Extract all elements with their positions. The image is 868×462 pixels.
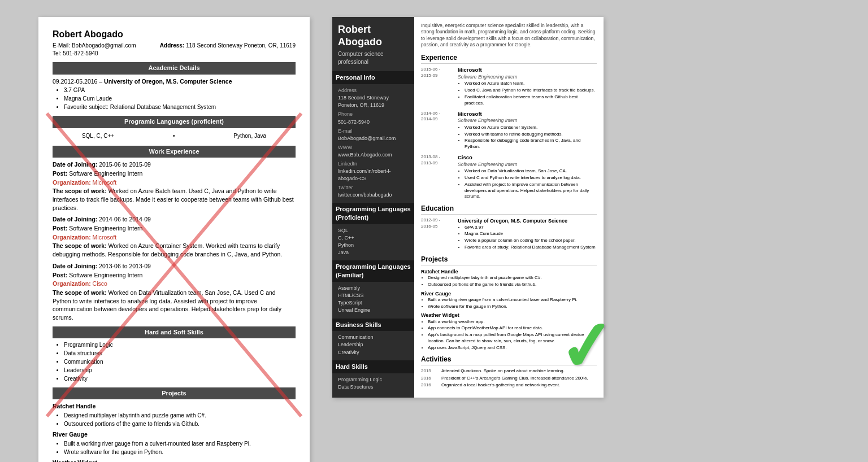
left-edu-list: 3.7 GPA Magna Cum Laude Favourite subjec… xyxy=(53,86,296,111)
right-exp-0: 2015-06 -2015-09 Microsoft Software Engi… xyxy=(421,67,597,107)
left-work-entry-1: Date of Joining: 2014-06 to 2014-09 Post… xyxy=(53,215,296,258)
right-title: Computer science professional xyxy=(338,50,409,66)
right-exp-2: 2013-08 -2013-09 Cisco Software Engineer… xyxy=(421,154,597,201)
right-proj-title-0: Ratchet Handle xyxy=(421,268,597,275)
right-prog-fam-label: Programming Languages (Familiar) xyxy=(332,260,414,282)
left-name: Robert Abogado xyxy=(53,28,296,41)
right-activity-0: 2015 Attended Quackcon. Spoke on panel a… xyxy=(421,368,597,374)
left-langs: SQL, C, C++ • Python, Java xyxy=(53,131,296,141)
right-activity-1: 2016 President of C++'s Arcangel's Gamin… xyxy=(421,376,597,382)
left-lang-header: Programic Languages (proficient) xyxy=(53,116,296,128)
left-proj-title-1: River Gauge xyxy=(53,430,296,439)
left-proj-list-0: Designed multiplayer labyrinth and puzzl… xyxy=(53,412,296,428)
right-activity-2: 2016 Organized a local hacker's gatherin… xyxy=(421,382,597,389)
right-proj-body-1: Built a working river gauge from a culve… xyxy=(421,297,597,310)
left-proj-list-1: Built a working river gauge from a culve… xyxy=(53,440,296,456)
right-proj-label: Projects xyxy=(421,255,597,265)
resume-left: Robert Abogado E-Mail: BobAbogado@gmail.… xyxy=(38,17,310,462)
right-exp-label: Experience xyxy=(421,53,597,64)
left-address: Address: 118 Second Stoneway Poneton, OR… xyxy=(160,42,296,58)
right-proj-body-0: Designed multiplayer labyrinth and puzzl… xyxy=(421,275,597,288)
right-proj-body-2: Built a working weather app. App connect… xyxy=(421,319,597,351)
left-skills-header: Hard and Soft Skills xyxy=(53,326,296,338)
left-skills-list: Programming Logic Data structures Commun… xyxy=(53,341,296,383)
right-personal-label: Personal Info xyxy=(332,71,414,84)
right-activities-label: Activities xyxy=(421,355,597,365)
left-email: E-Mail: BobAbogado@gmail.com Tel: 501-87… xyxy=(53,42,136,58)
right-sidebar: Robert Abogado Computer science professi… xyxy=(332,17,414,398)
right-proj-title-2: Weather Widget xyxy=(421,312,597,319)
right-edu-label: Education xyxy=(421,204,597,215)
right-proj-title-1: River Gauge xyxy=(421,290,597,297)
right-name: Robert Abogado xyxy=(338,24,409,48)
right-hard-label: Hard Skills xyxy=(332,360,414,373)
right-summary: Inquisitive, energetic computer science … xyxy=(421,23,597,49)
main-container: Robert Abogado E-Mail: BobAbogado@gmail.… xyxy=(38,17,830,462)
left-work-entry-2: Date of Joining: 2013-06 to 2013-09 Post… xyxy=(53,262,296,322)
right-prog-prof-label: Programming Languages (Proficient) xyxy=(332,203,414,224)
right-business-label: Business Skills xyxy=(332,319,414,332)
left-projects-header: Projects xyxy=(53,387,296,399)
right-edu-0: 2012-09 -2016-05 University of Oregon, M… xyxy=(421,217,597,251)
left-academic-header: Academic Details xyxy=(53,62,296,74)
right-main: Inquisitive, energetic computer science … xyxy=(414,17,604,398)
right-exp-1: 2014-06 -2014-09 Microsoft Software Engi… xyxy=(421,111,597,151)
left-edu-entry: 09.2012-05.2016 – University of Oregon, … xyxy=(53,77,296,112)
left-proj-title-0: Ratchet Handle xyxy=(53,402,296,411)
left-contact: E-Mail: BobAbogado@gmail.com Tel: 501-87… xyxy=(53,42,296,58)
resume-right: Robert Abogado Computer science professi… xyxy=(332,17,604,398)
left-proj-title-2: Weather Widget xyxy=(53,459,296,462)
left-work-header: Work Experience xyxy=(53,146,296,158)
left-work-entry-0: Date of Joining: 2015-06 to 2015-09 Post… xyxy=(53,160,296,212)
